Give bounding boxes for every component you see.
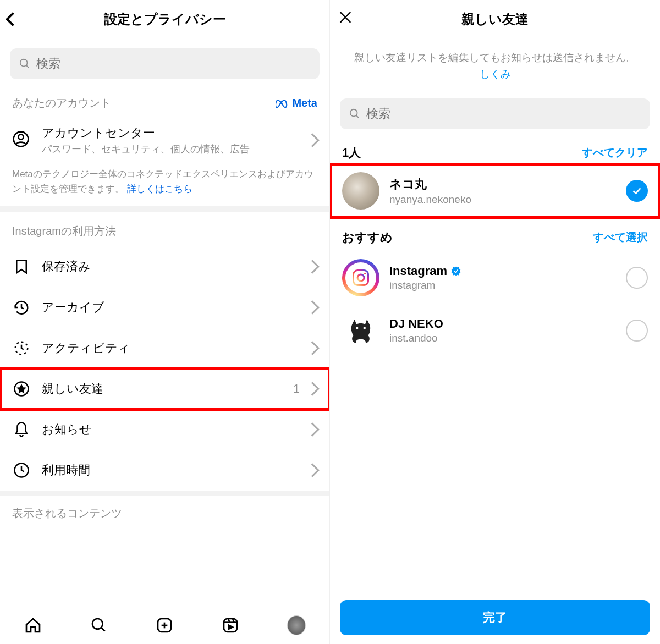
- friend-checkbox-checked[interactable]: [626, 180, 648, 202]
- meta-icon: [276, 98, 290, 108]
- user-icon: [12, 130, 34, 150]
- svg-point-23: [356, 327, 359, 329]
- clear-all-button[interactable]: すべてクリア: [582, 145, 648, 160]
- svg-line-8: [101, 628, 105, 631]
- bottom-nav: [0, 606, 329, 644]
- bookmark-icon: [12, 257, 31, 276]
- account-section-head: あなたのアカウント Meta: [0, 89, 329, 116]
- settings-content: あなたのアカウント Meta アカウントセンター パスワード、セキュリティ、個人…: [0, 38, 329, 644]
- chevron-right-icon: [305, 342, 319, 355]
- done-button[interactable]: 完了: [340, 600, 650, 635]
- chevron-right-icon: [305, 382, 319, 396]
- close-friends-content: 親しい友達リストを編集してもお知らせは送信されません。しくみ 1人 すべてクリア…: [330, 38, 660, 644]
- svg-line-1: [26, 65, 29, 68]
- search-input[interactable]: [36, 57, 311, 71]
- friend-avatar: [342, 172, 380, 210]
- cat-icon: [346, 316, 376, 345]
- row-time-spent[interactable]: 利用時間: [0, 450, 329, 491]
- settings-title: 設定とプライバシー: [104, 10, 226, 28]
- svg-rect-20: [354, 270, 369, 285]
- close-button[interactable]: [338, 9, 353, 29]
- settings-header: 設定とプライバシー: [0, 0, 329, 38]
- account-center-subtitle: パスワード、セキュリティ、個人の情報、広告: [42, 142, 307, 156]
- recommend-checkbox[interactable]: [626, 320, 648, 342]
- meta-brand: Meta: [276, 97, 317, 109]
- check-icon: [631, 185, 643, 197]
- svg-point-24: [364, 327, 366, 329]
- recommend-name: DJ NEKO: [389, 317, 626, 331]
- section-divider: [0, 491, 329, 496]
- chevron-left-icon: [6, 12, 19, 26]
- chevron-right-icon: [305, 423, 319, 437]
- star-circle-icon: [12, 379, 31, 398]
- svg-point-18: [350, 109, 358, 117]
- verified-icon: [450, 266, 461, 277]
- close-friends-screen: 親しい友達 親しい友達リストを編集してもお知らせは送信されません。しくみ 1人 …: [330, 0, 660, 644]
- meta-learn-more-link[interactable]: 詳しくはこちら: [127, 184, 193, 194]
- recommend-label: おすすめ: [342, 229, 393, 246]
- close-friends-count: 1: [293, 382, 300, 396]
- friend-row-selected[interactable]: ネコ丸 nyanya.nekoneko: [330, 164, 660, 217]
- friends-search-input[interactable]: [366, 107, 641, 121]
- avatar-icon: [287, 615, 306, 635]
- recommend-name: Instagram: [389, 264, 626, 278]
- friends-count: 1人: [342, 145, 361, 161]
- row-saved[interactable]: 保存済み: [0, 246, 329, 287]
- friends-search-bar[interactable]: [340, 98, 650, 129]
- friend-handle: nyanya.nekoneko: [389, 194, 626, 206]
- svg-point-3: [18, 134, 23, 139]
- activity-icon: [12, 339, 31, 357]
- account-section-label: あなたのアカウント: [12, 96, 111, 111]
- section-divider: [0, 206, 329, 212]
- friend-name: ネコ丸: [389, 176, 626, 192]
- nav-create[interactable]: [155, 616, 174, 635]
- row-close-friends[interactable]: 親しい友達 1: [0, 368, 329, 409]
- instagram-icon: [351, 268, 371, 288]
- chevron-right-icon: [305, 133, 319, 147]
- nav-profile[interactable]: [287, 616, 306, 635]
- recommend-row[interactable]: Instagram instagram: [330, 251, 660, 304]
- chevron-right-icon: [305, 260, 319, 274]
- svg-point-0: [20, 59, 28, 67]
- account-center-row[interactable]: アカウントセンター パスワード、セキュリティ、個人の情報、広告: [0, 116, 329, 164]
- search-icon: [19, 58, 31, 70]
- recommend-head: おすすめ すべて選択: [330, 217, 660, 251]
- row-archive[interactable]: アーカイブ: [0, 287, 329, 328]
- display-section-label: 表示されるコンテンツ: [0, 496, 329, 531]
- how-it-works-link[interactable]: しくみ: [480, 68, 511, 80]
- select-all-button[interactable]: すべて選択: [593, 230, 648, 245]
- svg-point-22: [364, 272, 366, 274]
- nav-home[interactable]: [24, 616, 42, 635]
- usage-section: Instagramの利用方法 保存済み アーカイブ アクティビティ: [0, 212, 329, 491]
- archive-icon: [12, 298, 31, 317]
- search-bar[interactable]: [10, 48, 320, 79]
- usage-section-label: Instagramの利用方法: [0, 212, 329, 246]
- account-center-title: アカウントセンター: [42, 125, 307, 141]
- chevron-right-icon: [305, 301, 319, 315]
- close-friends-title: 親しい友達: [461, 10, 529, 28]
- close-icon: [338, 9, 353, 25]
- recommend-handle: inst.andoo: [389, 332, 626, 344]
- row-notifications[interactable]: お知らせ: [0, 409, 329, 450]
- clock-icon: [12, 461, 31, 480]
- recommend-checkbox[interactable]: [626, 267, 648, 289]
- nav-search[interactable]: [90, 616, 108, 635]
- bell-icon: [12, 420, 31, 439]
- nav-reels[interactable]: [221, 616, 240, 635]
- close-friends-header: 親しい友達: [330, 0, 660, 38]
- meta-description: Metaのテクノロジー全体のコネクテッドエクスペリエンスおよびアカウント設定を管…: [0, 164, 329, 206]
- info-text: 親しい友達リストを編集してもお知らせは送信されません。しくみ: [330, 38, 660, 89]
- display-content-section: 表示されるコンテンツ: [0, 496, 329, 531]
- svg-point-21: [358, 274, 364, 281]
- chevron-right-icon: [305, 464, 319, 477]
- settings-screen: 設定とプライバシー あなたのアカウント Meta アカウントセンター パスワード…: [0, 0, 330, 644]
- row-activity[interactable]: アクティビティ: [0, 328, 329, 368]
- svg-point-7: [92, 619, 103, 629]
- svg-line-19: [356, 115, 359, 118]
- recommend-row[interactable]: DJ NEKO inst.andoo: [330, 304, 660, 357]
- back-button[interactable]: [8, 14, 18, 24]
- search-icon: [349, 108, 361, 120]
- recommend-avatar: [342, 312, 380, 349]
- recommend-avatar: [342, 259, 380, 296]
- recommend-handle: instagram: [389, 279, 626, 291]
